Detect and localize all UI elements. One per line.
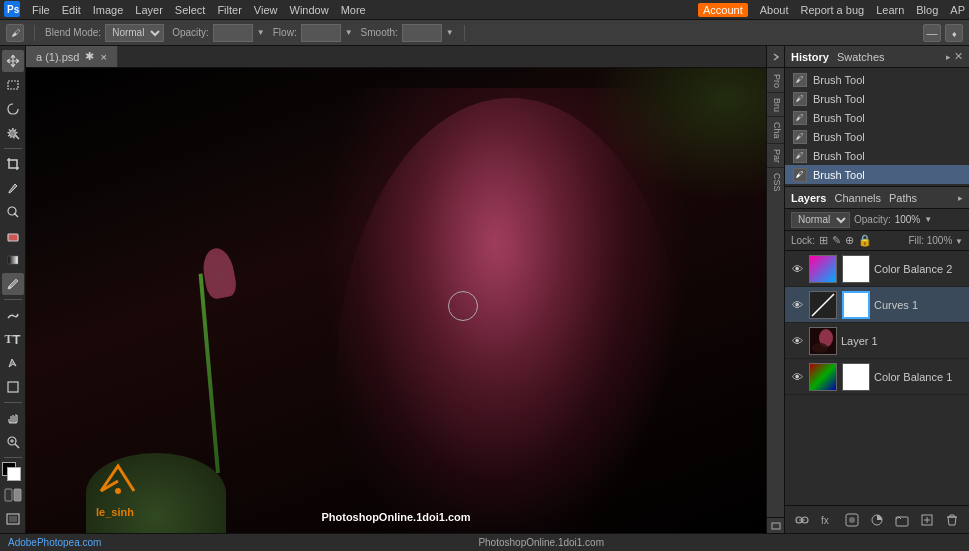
history-item-4[interactable]: 🖌 Brush Tool: [785, 146, 969, 165]
layer-visibility-3[interactable]: 👁: [789, 369, 805, 385]
menu-blog[interactable]: Blog: [916, 4, 938, 16]
lock-checkerboard[interactable]: ⊞: [819, 234, 828, 247]
tab-paths[interactable]: Paths: [889, 192, 917, 204]
tab-channels[interactable]: Channels: [834, 192, 880, 204]
tab-close[interactable]: ×: [100, 51, 106, 63]
menu-view[interactable]: View: [254, 4, 278, 16]
layer-item-0[interactable]: 👁 Color Balance 2: [785, 251, 969, 287]
history-item-0[interactable]: 🖌 Brush Tool: [785, 70, 969, 89]
tool-shape[interactable]: [2, 376, 24, 398]
layer-mask-button[interactable]: [843, 511, 861, 529]
tool-smudge[interactable]: [2, 304, 24, 326]
fill-dropdown[interactable]: ▼: [955, 237, 963, 246]
opacity-input[interactable]: 100%: [213, 24, 253, 42]
layer-new-button[interactable]: [918, 511, 936, 529]
layer-adjust-button[interactable]: [868, 511, 886, 529]
layer-group-button[interactable]: [893, 511, 911, 529]
side-tab-cha[interactable]: Cha: [767, 118, 784, 144]
layers-panel-header: Layers Channels Paths ▸: [785, 187, 969, 209]
tool-quickmask[interactable]: [2, 484, 24, 506]
flow-input[interactable]: 25%: [301, 24, 341, 42]
menu-report[interactable]: Report a bug: [801, 4, 865, 16]
blend-mode-select[interactable]: Normal: [105, 24, 164, 42]
menu-learn[interactable]: Learn: [876, 4, 904, 16]
menu-edit[interactable]: Edit: [62, 4, 81, 16]
history-item-2[interactable]: 🖌 Brush Tool: [785, 108, 969, 127]
layer-delete-button[interactable]: [943, 511, 961, 529]
history-item-3[interactable]: 🖌 Brush Tool: [785, 127, 969, 146]
layer-mask-3: [842, 363, 870, 391]
opacity-dropdown[interactable]: ▼: [924, 215, 932, 224]
layer-item-3[interactable]: 👁 Color Balance 1: [785, 359, 969, 395]
layer-item-1[interactable]: 👁 Curves 1: [785, 287, 969, 323]
fg-bg-colors[interactable]: [2, 462, 24, 482]
right-panel-small-icon[interactable]: [767, 517, 784, 533]
tool-brush[interactable]: [2, 273, 24, 295]
tool-select-rect[interactable]: [2, 74, 24, 96]
layer-visibility-1[interactable]: 👁: [789, 297, 805, 313]
menu-adobe[interactable]: Ps: [4, 1, 20, 19]
tool-hand[interactable]: [2, 407, 24, 429]
smooth-input[interactable]: 0%: [402, 24, 442, 42]
flow-arrow[interactable]: ▼: [345, 28, 353, 37]
menu-account[interactable]: Account: [698, 3, 748, 17]
flow-group: Flow: 25% ▼: [273, 24, 353, 42]
menu-ap[interactable]: AP: [950, 4, 965, 16]
menu-select[interactable]: Select: [175, 4, 206, 16]
layers-footer: fx: [785, 505, 969, 533]
smooth-arrow[interactable]: ▼: [446, 28, 454, 37]
history-panel-arrow[interactable]: ▸: [946, 52, 951, 62]
tool-lasso[interactable]: [2, 98, 24, 120]
menu-more[interactable]: More: [341, 4, 366, 16]
tool-magic-wand[interactable]: [2, 122, 24, 144]
side-tab-css[interactable]: CSS: [767, 169, 784, 196]
opacity-arrow[interactable]: ▼: [257, 28, 265, 37]
lock-all[interactable]: 🔒: [858, 234, 872, 247]
history-item-icon-0: 🖌: [793, 73, 807, 87]
right-panel-toggle[interactable]: [767, 46, 784, 68]
tool-gradient[interactable]: [2, 249, 24, 271]
svg-rect-14: [14, 489, 21, 501]
layer-blend-mode[interactable]: Normal: [791, 212, 850, 228]
toolbar-icon-2[interactable]: ⬧: [945, 24, 963, 42]
tool-eraser[interactable]: [2, 225, 24, 247]
layers-panel-arrow[interactable]: ▸: [958, 193, 963, 203]
tab-layers[interactable]: Layers: [791, 192, 826, 204]
side-tab-pro[interactable]: Pro: [767, 70, 784, 93]
tool-zoom[interactable]: [2, 431, 24, 453]
tool-clone[interactable]: [2, 201, 24, 223]
menu-filter[interactable]: Filter: [217, 4, 241, 16]
history-item-1[interactable]: 🖌 Brush Tool: [785, 89, 969, 108]
layer-visibility-2[interactable]: 👁: [789, 333, 805, 349]
layer-fx-button[interactable]: fx: [818, 511, 836, 529]
layer-item-2[interactable]: 👁 Layer 1: [785, 323, 969, 359]
menu-window[interactable]: Window: [290, 4, 329, 16]
tool-crop[interactable]: [2, 153, 24, 175]
tab-history[interactable]: History: [791, 51, 829, 63]
tool-pen[interactable]: [2, 177, 24, 199]
brush-tool-icon[interactable]: 🖌: [6, 24, 24, 42]
lock-brush[interactable]: ✎: [832, 234, 841, 247]
tab-swatches[interactable]: Swatches: [837, 51, 885, 63]
svg-point-17: [115, 488, 121, 494]
canvas-tab[interactable]: a (1).psd ✱ ×: [26, 46, 118, 67]
tool-move[interactable]: [2, 50, 24, 72]
tool-text[interactable]: T T: [2, 328, 24, 350]
history-panel-close[interactable]: ✕: [954, 50, 963, 63]
tool-path-select[interactable]: [2, 352, 24, 374]
svg-text:Ps: Ps: [7, 4, 20, 15]
side-tab-par[interactable]: Par: [767, 145, 784, 168]
side-tab-bru[interactable]: Bru: [767, 94, 784, 117]
menu-file[interactable]: File: [32, 4, 50, 16]
history-item-5[interactable]: 🖌 Brush Tool: [785, 165, 969, 184]
lock-position[interactable]: ⊕: [845, 234, 854, 247]
menu-image[interactable]: Image: [93, 4, 124, 16]
canvas-wrapper[interactable]: le_sinh PhotoshopOnline.1doi1.com: [26, 68, 766, 533]
menu-about[interactable]: About: [760, 4, 789, 16]
toolbar-icon-1[interactable]: —: [923, 24, 941, 42]
fill-value: 100%: [927, 235, 953, 246]
tool-screen-mode[interactable]: [2, 508, 24, 530]
layer-link-button[interactable]: [793, 511, 811, 529]
layer-visibility-0[interactable]: 👁: [789, 261, 805, 277]
menu-layer[interactable]: Layer: [135, 4, 163, 16]
